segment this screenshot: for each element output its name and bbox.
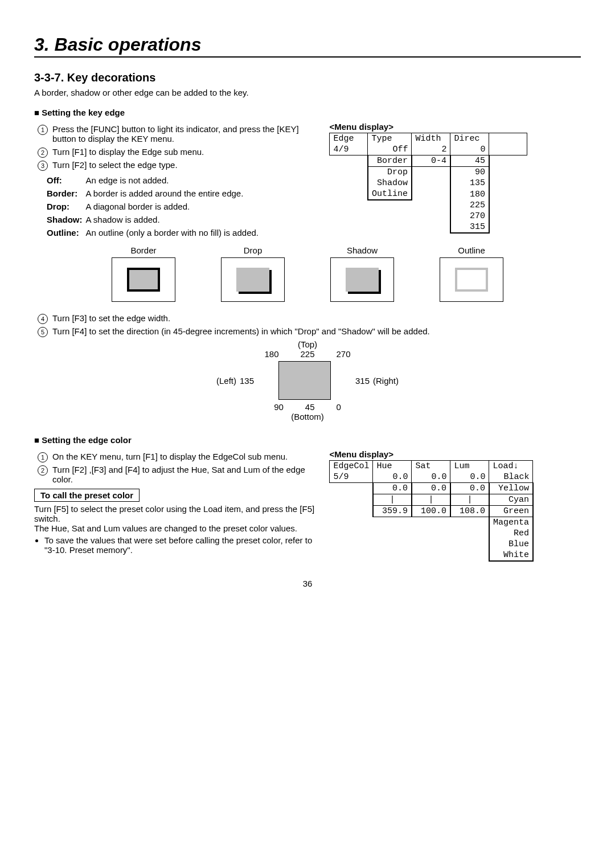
preset-color-title: To call the preset color <box>34 489 140 502</box>
preview-shadow: Shadow <box>330 245 394 302</box>
edge-step-5: 5Turn [F4] to set the direction (in 45-d… <box>52 326 581 336</box>
section-intro: A border, shadow or other edge can be ad… <box>34 88 581 97</box>
menu2-label: <Menu display> <box>329 449 581 459</box>
preset-text-2: The Hue, Sat and Lum values are changed … <box>34 523 320 533</box>
menu1-label: <Menu display> <box>329 122 581 132</box>
edge-type-table: Off:An edge is not added. Border:A borde… <box>46 173 262 240</box>
preview-border: Border <box>112 245 175 302</box>
edge-step-3: 3Turn [F2] to select the edge type. <box>52 160 320 170</box>
edge-step-4: 4Turn [F3] to set the edge width. <box>52 313 581 323</box>
direction-diagram: (Top) 180225270 (Left) 135 315 (Right) 9… <box>216 339 399 421</box>
preview-outline: Outline <box>440 245 503 302</box>
preview-drop: Drop <box>221 245 285 302</box>
preset-text-1: Turn [F5] to select the preset color usi… <box>34 504 320 523</box>
edge-heading: Setting the key edge <box>34 108 581 117</box>
edge-step-2: 2Turn [F1] to display the Edge sub menu. <box>52 147 320 157</box>
color-step-1: 1On the KEY menu, turn [F1] to display t… <box>52 452 320 461</box>
edge-previews: Border Drop Shadow Outline <box>34 245 581 302</box>
menu-display-edgecol: EdgeCol Hue Sat Lum Load↓ 5/9 0.0 0.0 0.… <box>329 460 534 562</box>
section-title: 3-3-7. Key decorations <box>34 71 581 84</box>
menu-display-edge: Edge Type Width Direc 4/9 Off 2 0 Border… <box>329 133 527 234</box>
page-number: 36 <box>34 579 581 588</box>
chapter-title: 3. Basic operations <box>34 34 581 58</box>
edge-step-1: 1Press the [FUNC] button to light its in… <box>52 124 320 144</box>
color-heading: Setting the edge color <box>34 435 581 445</box>
preset-text-3: To save the values that were set before … <box>44 535 320 555</box>
color-step-2: 2Turn [F2] ,[F3] and [F4] to adjust the … <box>52 465 320 484</box>
